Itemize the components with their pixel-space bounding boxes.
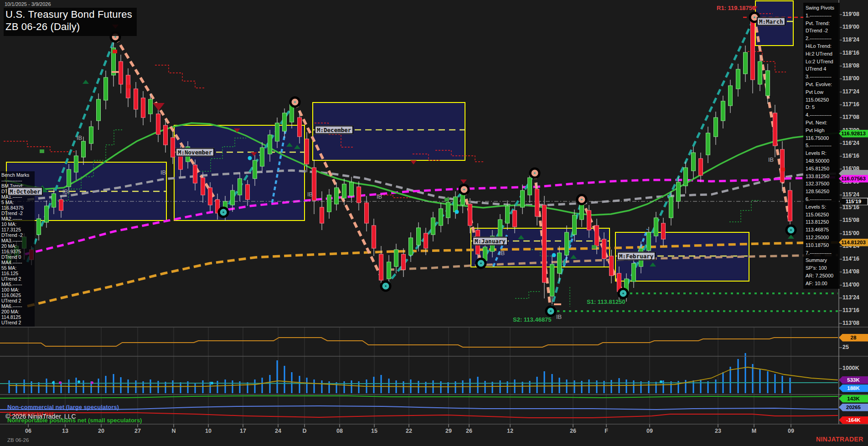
price-badge-533K: 533K — [839, 376, 868, 384]
swing-pivots-line: UTrend 4 — [806, 65, 840, 73]
bench-marks-line: MA2.------ — [1, 216, 35, 221]
ib-label: IB — [377, 193, 382, 200]
bench-marks-line: 100 MA: — [1, 287, 35, 292]
swing-pivots-line: Pvt. Evolve: — [806, 81, 840, 88]
price-tick-label: 118'24 — [842, 36, 868, 43]
price-tick-label: 117'16 — [842, 101, 868, 108]
swing-pivots-line: AF: 10.00 — [806, 280, 840, 287]
price-badge-116.92813: 116.92813 — [839, 130, 868, 138]
price-tick-label: 119'08 — [842, 11, 868, 17]
price-badge--164K: -164K — [839, 416, 868, 424]
month-range-label-m-january[interactable]: M:January — [472, 237, 508, 246]
swing-pivots-line: 133.81250 — [806, 173, 840, 180]
time-tick-label: 29 — [439, 428, 458, 434]
price-badge-20265: 20265 — [839, 404, 868, 411]
volume-panel — [0, 353, 838, 393]
r1-pivot-label: R1: 119.18750 — [717, 5, 755, 11]
cot-legend-noncommercial: Non-commercial net (large speculators) — [7, 404, 119, 410]
bench-marks-line: UTrend 2 — [1, 298, 35, 303]
swing-pivots-line: Summary — [806, 256, 840, 264]
time-tick-label: 20 — [92, 428, 110, 434]
bench-marks-line: 116.84375 — [1, 205, 35, 210]
bench-marks-line: DTrend -2 — [1, 210, 35, 216]
cot-panel-lines — [0, 396, 838, 418]
swing-pivots-line: 113.81250 — [806, 218, 840, 226]
time-tick-label: 23 — [709, 428, 727, 434]
swing-pivots-line: 112.25000 — [806, 234, 840, 241]
swing-pivots-panel: Swing Pivots1.-------------Pvt. Trend:DT… — [803, 3, 840, 289]
price-tick-label: 115'00 — [842, 230, 868, 236]
instrument-tab-label[interactable]: ZB 06-26 — [7, 437, 29, 443]
month-range-label-m-february[interactable]: M:February — [617, 252, 656, 261]
swing-pivots-line: 113.46875 — [806, 226, 840, 234]
ninjatrader-logo: NINJATRADER — [816, 436, 863, 443]
swing-pivots-line: 6.------------- — [806, 195, 840, 203]
time-tick-label: 12 — [501, 428, 519, 434]
bench-marks-line: 20 MA: — [1, 243, 35, 249]
panel2-orange-line — [0, 338, 838, 347]
price-badge-28: 28 — [839, 334, 868, 342]
price-tick-label: 116'24 — [842, 140, 868, 146]
bench-marks-line: MA5.------ — [1, 282, 35, 287]
time-tick-label: M — [745, 428, 763, 434]
swing-pivots-line: Lo:2 UTrend — [806, 58, 840, 66]
bench-marks-line: DTrend 0 — [1, 254, 35, 260]
time-tick-label: 09 — [782, 428, 800, 434]
swing-pivots-line: 1.------------- — [806, 12, 840, 20]
time-tick-label: 09 — [641, 428, 659, 434]
month-range-label-m-october[interactable]: M:October — [7, 187, 43, 196]
time-tick-label: 24 — [269, 428, 287, 434]
swing-pivots-line: Pvt High — [806, 127, 840, 134]
swing-pivots-line: HiLo Trend: — [806, 42, 840, 50]
swing-pivots-line: SP's: 100 — [806, 264, 840, 272]
month-range-label-m-november[interactable]: M:November — [176, 148, 214, 157]
swing-pivots-line: Pvt. Next: — [806, 119, 840, 127]
price-tick-label: 114'08 — [842, 268, 868, 275]
chart-title-line1: U.S. Treasury Bond Futures — [5, 9, 132, 21]
time-tick-label: 13 — [56, 428, 74, 434]
swing-pivots-line: Hi:2 UTrend — [806, 50, 840, 58]
swing-pivots-line: 145.81250 — [806, 165, 840, 173]
cot-legend-nonreportable: Nonreportable positions net (small specu… — [7, 417, 142, 424]
time-tick-label: 26 — [460, 428, 478, 434]
ib-label: IB — [307, 191, 313, 198]
ib-label: IB — [62, 188, 68, 195]
price-badge-143K: 143K — [839, 395, 868, 403]
bench-marks-line: 200 MA: — [1, 309, 35, 314]
time-tick-label: D — [295, 428, 314, 434]
ib-label: IB — [160, 169, 166, 176]
s2-pivot-label: S2: 113.46875 — [513, 316, 552, 323]
time-tick-label: 22 — [400, 428, 418, 434]
price-badge-188K: 188K — [839, 384, 868, 392]
swing-pivots-line: 115.06250 — [806, 211, 840, 219]
bench-marks-line: 117.3125 — [1, 227, 35, 232]
bench-marks-line: 5 MA: — [1, 200, 35, 205]
ib-label: IB — [556, 313, 562, 320]
price-tick-label: 115'08 — [842, 217, 868, 223]
price-tick-label: 25 — [842, 344, 868, 350]
time-tick-label: 08 — [331, 428, 349, 434]
bench-marks-line: 116.125 — [1, 271, 35, 276]
swing-pivots-line: Swing Pivots — [806, 4, 840, 12]
bench-marks-line: MA3.------ — [1, 238, 35, 243]
ib-label: IB — [499, 250, 505, 256]
price-badge-114.81203: 114.81203 — [839, 239, 868, 246]
swing-pivots-line: AR: 7.25000 — [806, 272, 840, 280]
ib-label: IB — [77, 134, 82, 141]
time-tick-label: 10 — [199, 428, 217, 434]
price-tick-label: 116'16 — [842, 153, 868, 159]
price-tick-label: 119'00 — [842, 24, 868, 30]
time-tick-label: 15 — [365, 428, 383, 434]
month-range-label-m-march[interactable]: M:March — [757, 17, 785, 26]
bench-marks-line: 114.8125 — [1, 314, 35, 320]
date-range: 10/1/2025 - 3/9/2026 — [5, 1, 51, 7]
swing-pivots-line: 116.75000 — [806, 134, 840, 142]
chart-title-block: U.S. Treasury Bond Futures ZB 06-26 (Dai… — [4, 8, 137, 36]
month-range-label-m-december[interactable]: M:December — [315, 126, 353, 134]
chart-surface[interactable] — [0, 0, 868, 446]
swing-pivots-line: Levels S: — [806, 203, 840, 211]
price-tick-label: 115'24 — [842, 191, 868, 198]
swing-pivots-line: 4.------------- — [806, 111, 840, 119]
time-tick-label: N — [165, 428, 183, 434]
bench-marks-line: MA6.------ — [1, 303, 35, 309]
